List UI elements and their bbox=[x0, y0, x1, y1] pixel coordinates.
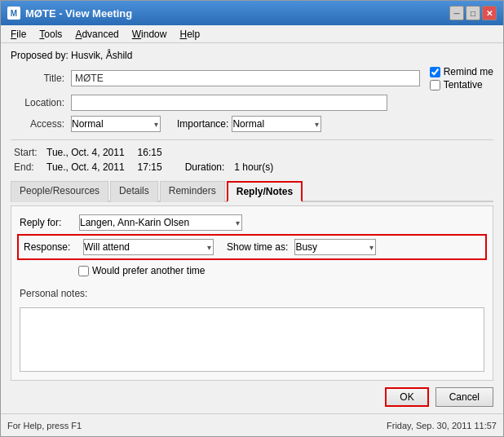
ok-button[interactable]: OK bbox=[385, 387, 428, 407]
access-select[interactable]: Normal Personal Private Confidential bbox=[71, 116, 161, 132]
menu-bar: File Tools Advanced Window Help bbox=[1, 25, 503, 43]
menu-help[interactable]: Help bbox=[173, 27, 206, 42]
tab-details[interactable]: Details bbox=[110, 181, 158, 202]
title-row: Title: Remind me Tentative bbox=[11, 66, 493, 90]
prefer-row: Would prefer another time bbox=[78, 265, 484, 276]
form-content: Proposed by: Husvik, Åshild Title: Remin… bbox=[1, 43, 503, 413]
prefer-another-time-label: Would prefer another time bbox=[92, 265, 206, 276]
title-label: Title: bbox=[11, 73, 68, 84]
reply-for-select-wrapper: Langen, Ann-Karin Olsen bbox=[79, 214, 242, 231]
menu-window[interactable]: Window bbox=[126, 27, 174, 42]
duration-label: Duration: bbox=[185, 161, 225, 173]
menu-tools[interactable]: Tools bbox=[33, 27, 69, 42]
tentative-checkbox[interactable] bbox=[430, 80, 440, 90]
start-label: Start: bbox=[14, 147, 40, 158]
start-time: 16:15 bbox=[138, 147, 162, 158]
personal-notes-label: Personal notes: bbox=[20, 288, 87, 299]
start-date: Tue., Oct. 4, 2011 bbox=[46, 147, 125, 158]
access-select-wrapper: Normal Personal Private Confidential bbox=[71, 116, 161, 132]
show-time-select-wrapper: Busy Free Tentative Out of Office bbox=[294, 239, 376, 255]
proposed-by: Proposed by: Husvik, Åshild bbox=[11, 50, 493, 61]
response-select-wrapper: Will attend Will not attend Tentative bbox=[83, 239, 214, 255]
status-bar: For Help, press F1 Friday, Sep. 30, 2011… bbox=[1, 413, 503, 436]
status-help: For Help, press F1 bbox=[7, 421, 82, 430]
cancel-button[interactable]: Cancel bbox=[435, 387, 493, 407]
menu-advanced[interactable]: Advanced bbox=[69, 27, 125, 42]
personal-notes-row: Personal notes: bbox=[20, 285, 484, 302]
end-time: 17:15 bbox=[138, 161, 162, 173]
menu-file[interactable]: File bbox=[4, 27, 33, 42]
location-row: Location: bbox=[11, 94, 493, 112]
tab-reminders[interactable]: Reminders bbox=[160, 181, 225, 202]
main-window: M MØTE - View Meeting ─ □ ✕ File Tools A… bbox=[0, 0, 504, 437]
tabs-container: People/Resources Details Reminders Reply… bbox=[11, 179, 493, 202]
reply-for-label: Reply for: bbox=[20, 217, 73, 228]
personal-notes-textarea[interactable] bbox=[20, 307, 484, 372]
importance-label: Importance: bbox=[177, 118, 228, 130]
start-row: Start: Tue., Oct. 4, 2011 16:15 bbox=[14, 147, 493, 158]
importance-select[interactable]: Normal Low High bbox=[232, 116, 321, 132]
show-time-label: Show time as: bbox=[227, 241, 288, 253]
response-label: Response: bbox=[24, 241, 77, 253]
close-button[interactable]: ✕ bbox=[482, 6, 497, 20]
window-icon: M bbox=[7, 7, 20, 20]
minimize-button[interactable]: ─ bbox=[449, 6, 464, 20]
button-row: OK Cancel bbox=[11, 387, 493, 407]
response-row: Response: Will attend Will not attend Te… bbox=[17, 234, 487, 260]
checkbox-area: Remind me Tentative bbox=[430, 66, 493, 90]
prefer-another-time-checkbox[interactable] bbox=[78, 266, 89, 276]
remind-me-label[interactable]: Remind me bbox=[430, 66, 493, 77]
access-importance-row: Access: Normal Personal Private Confiden… bbox=[11, 115, 493, 133]
remind-me-checkbox[interactable] bbox=[430, 67, 440, 77]
end-row: End: Tue., Oct. 4, 2011 17:15 Duration: … bbox=[14, 161, 493, 173]
window-title: MØTE - View Meeting bbox=[25, 7, 449, 20]
maximize-button[interactable]: □ bbox=[466, 6, 480, 20]
end-date: Tue., Oct. 4, 2011 bbox=[46, 161, 125, 173]
reply-for-select[interactable]: Langen, Ann-Karin Olsen bbox=[79, 214, 242, 231]
tab-replynotes[interactable]: Reply/Notes bbox=[227, 181, 303, 202]
title-input[interactable] bbox=[71, 70, 420, 86]
access-label: Access: bbox=[11, 118, 68, 130]
response-select[interactable]: Will attend Will not attend Tentative bbox=[83, 239, 214, 255]
divider-1 bbox=[11, 139, 493, 140]
tentative-label[interactable]: Tentative bbox=[430, 79, 493, 90]
reply-for-row: Reply for: Langen, Ann-Karin Olsen bbox=[20, 214, 484, 231]
status-datetime: Friday, Sep. 30, 2011 11:57 bbox=[387, 421, 497, 430]
location-label: Location: bbox=[11, 97, 68, 108]
window-controls: ─ □ ✕ bbox=[449, 6, 497, 20]
duration-value: 1 hour(s) bbox=[234, 161, 273, 173]
end-label: End: bbox=[14, 161, 40, 173]
importance-select-wrapper: Normal Low High bbox=[232, 116, 321, 132]
location-input[interactable] bbox=[71, 95, 387, 111]
title-bar: M MØTE - View Meeting ─ □ ✕ bbox=[1, 1, 503, 25]
tab-content-replynotes: Reply for: Langen, Ann-Karin Olsen Respo… bbox=[11, 205, 493, 381]
show-time-select[interactable]: Busy Free Tentative Out of Office bbox=[294, 239, 376, 255]
tab-people[interactable]: People/Resources bbox=[11, 181, 108, 202]
